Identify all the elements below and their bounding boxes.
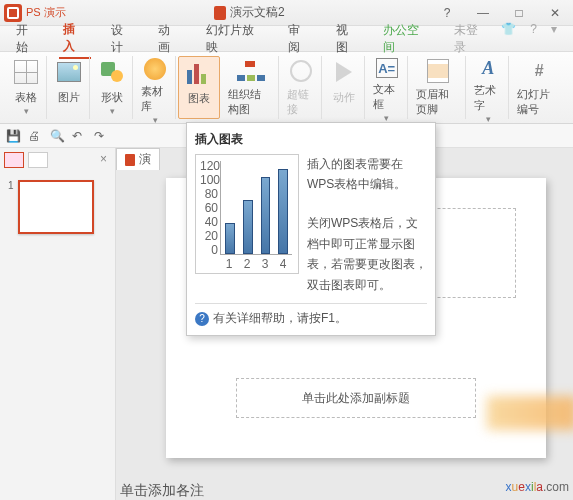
desc-line: 关闭WPS表格后，文档中即可正常显示图表，若需要更改图表，双击图表即可。: [307, 213, 427, 295]
tick: 4: [280, 257, 287, 269]
library-icon: [144, 58, 166, 80]
picture-icon: [57, 62, 81, 82]
document-tab[interactable]: 演: [116, 148, 160, 170]
chart-bar: [278, 169, 288, 254]
ribbon-action[interactable]: 动作: [324, 56, 365, 119]
outline-tab[interactable]: [28, 152, 48, 168]
tick: 0: [200, 243, 218, 257]
ribbon-label: 图片: [58, 90, 80, 105]
redo-icon[interactable]: ↷: [94, 129, 108, 143]
ribbon-label: 幻灯片编号: [517, 87, 561, 117]
dropdown-icon: ▾: [153, 115, 158, 125]
ribbon-textbox[interactable]: A= 文本框 ▾: [367, 56, 408, 119]
ribbon-slide-number[interactable]: # 幻灯片编号: [511, 56, 567, 119]
tick: 40: [200, 215, 218, 229]
save-icon[interactable]: 💾: [6, 129, 20, 143]
ribbon-hyperlink[interactable]: 超链接: [281, 56, 322, 119]
chart-tooltip: 插入图表 120 100 80 60 40 20 0 1 2 3 4: [186, 122, 436, 336]
chart-y-axis: 120 100 80 60 40 20 0: [200, 159, 218, 255]
ribbon: 表格 ▾ 图片 形状 ▾ 素材库 ▾ 图表 组织结构图 超链接 动作 A= 文本…: [0, 52, 573, 124]
hyperlink-icon: [290, 60, 312, 82]
ribbon-chart[interactable]: 图表: [178, 56, 220, 119]
ribbon-label: 超链接: [287, 87, 315, 117]
tab-insert[interactable]: 插入: [59, 19, 90, 59]
slide-panel: × 1: [0, 148, 116, 500]
tick: 3: [262, 257, 269, 269]
doc-title: 演示文稿2: [230, 4, 285, 21]
tooltip-title: 插入图表: [195, 131, 427, 148]
doc-tab-icon: [125, 154, 135, 166]
app-logo: [4, 4, 22, 22]
action-icon: [336, 62, 352, 82]
slide-number-icon: #: [535, 62, 544, 80]
ribbon-label: 形状: [101, 90, 123, 105]
ribbon-label: 文本框: [373, 82, 401, 112]
tab-office-space[interactable]: 办公空间: [379, 20, 434, 58]
help-icon[interactable]: ?: [526, 20, 541, 58]
tab-start[interactable]: 开始: [12, 20, 43, 58]
dropdown-icon: ▾: [486, 114, 491, 124]
dropdown-icon: ▾: [110, 106, 115, 116]
slide-number: 1: [8, 180, 14, 234]
slide-thumbnail[interactable]: [18, 180, 94, 234]
skin-icon[interactable]: 👕: [497, 20, 520, 58]
ribbon-label: 组织结构图: [228, 87, 272, 117]
tab-slideshow[interactable]: 幻灯片放映: [202, 20, 269, 58]
table-icon: [14, 60, 38, 84]
tick: 2: [244, 257, 251, 269]
tick: 120: [200, 159, 218, 173]
tab-review[interactable]: 审阅: [284, 20, 315, 58]
tab-view[interactable]: 视图: [332, 20, 363, 58]
tab-design[interactable]: 设计: [107, 20, 138, 58]
ribbon-label: 艺术字: [474, 83, 502, 113]
chart-x-axis: 1 2 3 4: [220, 257, 292, 269]
shape-icon: [101, 62, 123, 82]
ribbon-wordart[interactable]: A 艺术字 ▾: [468, 56, 509, 119]
ribbon-label: 表格: [15, 90, 37, 105]
ribbon-header-footer[interactable]: 页眉和页脚: [410, 56, 467, 119]
doc-tab-label: 演: [139, 151, 151, 168]
slide-panel-tabs: ×: [0, 148, 115, 172]
doc-title-area: 演示文稿2: [66, 4, 433, 21]
ribbon-label: 图表: [188, 91, 210, 106]
menubar: 开始 插入 设计 动画 幻灯片放映 审阅 视图 办公空间 未登录 👕 ? ▾: [0, 26, 573, 52]
ribbon-shape[interactable]: 形状 ▾: [92, 56, 133, 119]
login-status[interactable]: 未登录: [450, 20, 491, 58]
ribbon-collapse-icon[interactable]: ▾: [547, 20, 561, 58]
ribbon-table[interactable]: 表格 ▾: [6, 56, 47, 119]
header-footer-icon: [427, 59, 449, 83]
tick: 80: [200, 187, 218, 201]
tab-animation[interactable]: 动画: [154, 20, 185, 58]
chart-bar: [243, 200, 253, 254]
ribbon-library[interactable]: 素材库 ▾: [135, 56, 176, 119]
footer-text: 有关详细帮助，请按F1。: [213, 310, 347, 327]
ribbon-label: 素材库: [141, 84, 169, 114]
slide-thumb-wrap: 1: [0, 172, 115, 242]
subtitle-text: 单击此处添加副标题: [302, 390, 410, 407]
ribbon-org-chart[interactable]: 组织结构图: [222, 56, 279, 119]
chart-preview: 120 100 80 60 40 20 0 1 2 3 4: [195, 154, 299, 274]
panel-close-icon[interactable]: ×: [96, 152, 111, 168]
tick: 60: [200, 201, 218, 215]
textbox-icon: A=: [376, 58, 398, 78]
censored-region: [487, 396, 573, 430]
org-chart-icon: [237, 61, 263, 81]
ribbon-picture[interactable]: 图片: [49, 56, 90, 119]
desc-line: 插入的图表需要在WPS表格中编辑。: [307, 154, 427, 195]
ribbon-label: 动作: [333, 90, 355, 105]
help-icon: ?: [195, 312, 209, 326]
preview-icon[interactable]: 🔍: [50, 129, 64, 143]
notes-placeholder[interactable]: 单击添加各注: [120, 482, 204, 500]
doc-icon: [214, 6, 226, 20]
tick: 20: [200, 229, 218, 243]
ribbon-label: 页眉和页脚: [416, 87, 460, 117]
subtitle-placeholder[interactable]: 单击此处添加副标题: [236, 378, 476, 418]
undo-icon[interactable]: ↶: [72, 129, 86, 143]
tick: 1: [226, 257, 233, 269]
print-icon[interactable]: 🖨: [28, 129, 42, 143]
chart-icon: [187, 62, 211, 84]
slides-tab[interactable]: [4, 152, 24, 168]
chart-bar: [261, 177, 271, 255]
tick: 100: [200, 173, 218, 187]
tooltip-footer: ? 有关详细帮助，请按F1。: [195, 303, 427, 327]
